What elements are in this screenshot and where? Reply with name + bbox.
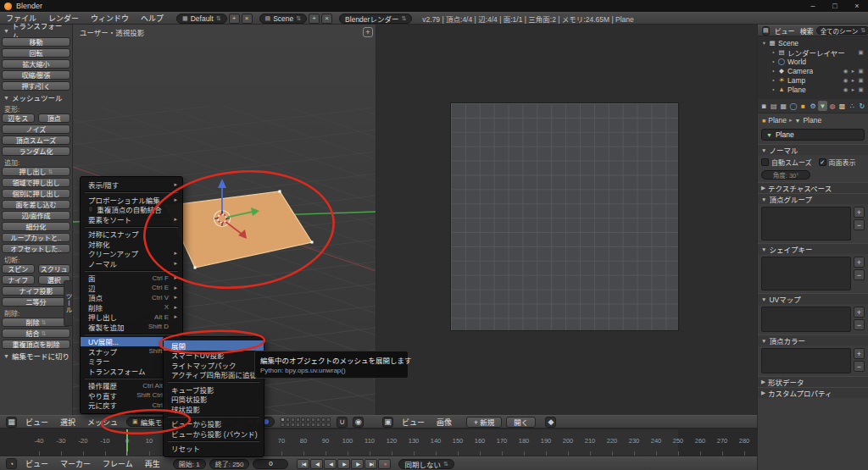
menu-item[interactable]: 複製を追加Shift D (81, 322, 182, 332)
tool-button[interactable]: 頂点スムーズ (2, 135, 70, 145)
properties-tab-particles[interactable]: ∴ (848, 101, 857, 111)
datablock-name-field[interactable]: ▼ Plane (761, 129, 865, 141)
properties-tab-render-layers[interactable]: ▤ (770, 101, 779, 111)
menu-item[interactable]: 円筒状投影 (164, 395, 264, 405)
properties-panel-header[interactable]: ▶カスタムプロパティ (758, 387, 868, 398)
maximize-button[interactable]: □ (824, 0, 846, 12)
tool-button[interactable]: 押す/引く (2, 81, 70, 91)
menu-item[interactable]: ビューから投影 (164, 419, 264, 429)
tool-button[interactable]: ノイズ (2, 124, 70, 134)
layer-toggle[interactable] (316, 423, 320, 427)
panel-header-mesh-tools[interactable]: ▼メッシュツール (0, 91, 72, 103)
scene-dropdown[interactable]: ▤ Scene⇅ (259, 14, 308, 24)
properties-panel-header[interactable]: ▼シェイプキー (758, 243, 868, 254)
properties-tab-modifiers[interactable]: ⚙ (809, 101, 818, 111)
outliner-row[interactable]: •▲Plane◉▸▣ (758, 85, 868, 94)
remove-item-button[interactable]: − (854, 319, 865, 330)
layer-toggle[interactable] (286, 423, 290, 427)
outliner-search-menu[interactable]: 検索 (798, 26, 816, 36)
tool-button[interactable]: 二等分 (2, 297, 70, 307)
tool-button[interactable]: 拡大縮小 (2, 59, 70, 69)
listbox[interactable] (761, 257, 851, 290)
add-item-button[interactable]: + (854, 348, 865, 359)
tool-button[interactable]: 押し出し⇅ (2, 167, 70, 176)
properties-panel-header[interactable]: ▼頂点グループ (758, 193, 868, 204)
sync-dropdown[interactable]: 同期しない⇅ (398, 459, 453, 469)
menu-item[interactable]: ノーマル▸ (81, 258, 182, 268)
tool-button[interactable]: 頂点 (38, 113, 71, 123)
menu-item[interactable]: ビューから投影 (バウンド) (164, 429, 264, 439)
layer-toggle[interactable] (281, 423, 285, 427)
menu-item[interactable]: プロポーショナル編集▸ (81, 195, 182, 205)
menu-item[interactable]: スマートUV投影 (164, 351, 264, 361)
menu-item[interactable]: 押し出しAlt E▸ (81, 312, 182, 323)
render-engine-dropdown[interactable]: Blenderレンダー⇅ (339, 14, 412, 24)
tool-button[interactable]: 削除⇅ (2, 318, 70, 327)
arrow-toggle-icon[interactable]: ▸ (849, 77, 857, 84)
menu-item[interactable]: 展開 (164, 340, 264, 351)
layer-toggle[interactable] (301, 423, 305, 427)
arrow-toggle-icon[interactable]: ▸ (849, 68, 857, 75)
uv-view-menu[interactable]: ビュー (396, 417, 431, 428)
plane-mesh[interactable] (166, 191, 312, 268)
add-scene-button[interactable]: + (309, 14, 320, 24)
tool-button[interactable]: スピン (2, 264, 35, 274)
playback-button[interactable]: ◀| (310, 459, 323, 469)
properties-tab-texture[interactable]: ▩ (837, 101, 847, 111)
layer-toggle[interactable] (311, 417, 315, 422)
properties-panel-header[interactable]: ▼UVマップ (758, 293, 868, 304)
expand-arrow-icon[interactable]: ▾ (760, 40, 768, 47)
timeline-playback-menu[interactable]: 再生 (139, 458, 166, 469)
menu-item[interactable]: 対称にスナップ (81, 229, 182, 240)
minimize-button[interactable]: – (802, 0, 824, 12)
menu-item[interactable]: 頂点Ctrl V▸ (81, 293, 182, 303)
editor-type-timeline-icon[interactable]: ◔ (6, 458, 17, 469)
tool-button[interactable]: 回転 (2, 48, 70, 58)
toolshelf-tab-tools[interactable]: ツール (64, 280, 72, 326)
tool-button[interactable]: 辺をス (2, 113, 35, 123)
add-screen-button[interactable]: + (229, 14, 240, 24)
timeline-ruler[interactable]: -40-30-20-100102030405060708090100110120… (0, 429, 757, 456)
manipulator-z-icon[interactable] (264, 419, 269, 424)
menu-item[interactable]: ライトマップパック (164, 360, 264, 370)
playback-button[interactable]: ● (378, 459, 391, 469)
layer-toggle[interactable] (296, 417, 300, 422)
view-menu[interactable]: ビュー (19, 417, 54, 428)
camera-toggle-icon[interactable]: ▣ (857, 86, 865, 93)
properties-panel-header[interactable]: ▼ノーマル (758, 144, 868, 155)
playback-button[interactable]: |◀ (297, 459, 309, 469)
editor-type-image-icon[interactable]: ▣ (382, 417, 393, 428)
properties-tab-object[interactable]: ■ (798, 101, 808, 111)
screen-layout-dropdown[interactable]: ▦ Default⇅ (176, 14, 226, 24)
timeline-view-menu[interactable]: ビュー (19, 458, 54, 469)
layer-toggle[interactable] (286, 417, 290, 422)
camera-toggle-icon[interactable]: ▣ (857, 68, 865, 75)
eye-toggle-icon[interactable]: ◉ (842, 68, 849, 75)
new-image-button[interactable]: + 新規 (466, 417, 502, 428)
tool-button[interactable]: ナイフ (2, 275, 35, 285)
frame-end-field[interactable]: 終了: 250 (209, 459, 250, 469)
close-button[interactable]: × (846, 0, 868, 12)
editor-type-outliner-icon[interactable]: ▤ (762, 26, 770, 36)
outliner-row[interactable]: •☀Lamp◉▸▣ (758, 75, 868, 85)
panel-header-mode-switch[interactable]: ▼編集モードに切り替え (0, 350, 72, 362)
remove-item-button[interactable]: − (854, 269, 865, 280)
layer-toggle[interactable] (326, 423, 331, 427)
playback-button[interactable]: |▶ (351, 459, 364, 469)
camera-toggle-icon[interactable]: ▣ (857, 77, 865, 84)
listbox[interactable] (761, 207, 851, 241)
properties-tab-material[interactable]: ◍ (828, 101, 837, 111)
manipulator-z-arrowhead[interactable] (218, 179, 226, 188)
eye-toggle-icon[interactable]: ◉ (842, 77, 849, 84)
editor-type-3dview-icon[interactable]: ▦ (6, 417, 17, 428)
layer-toggle[interactable] (321, 423, 326, 427)
layers-widget[interactable] (281, 417, 331, 427)
layer-toggle[interactable] (321, 417, 326, 422)
add-item-button[interactable]: + (854, 207, 865, 218)
layer-toggle[interactable] (326, 417, 331, 422)
outliner-row[interactable]: •◆Camera◉▸▣ (758, 66, 868, 75)
properties-tab-object-data[interactable]: ▼ (818, 101, 827, 111)
auto-smooth-angle-field[interactable]: 角度: 30° (761, 170, 810, 180)
uv-image-editor[interactable] (376, 25, 757, 415)
snap-magnet-icon[interactable]: ∪ (337, 417, 348, 428)
